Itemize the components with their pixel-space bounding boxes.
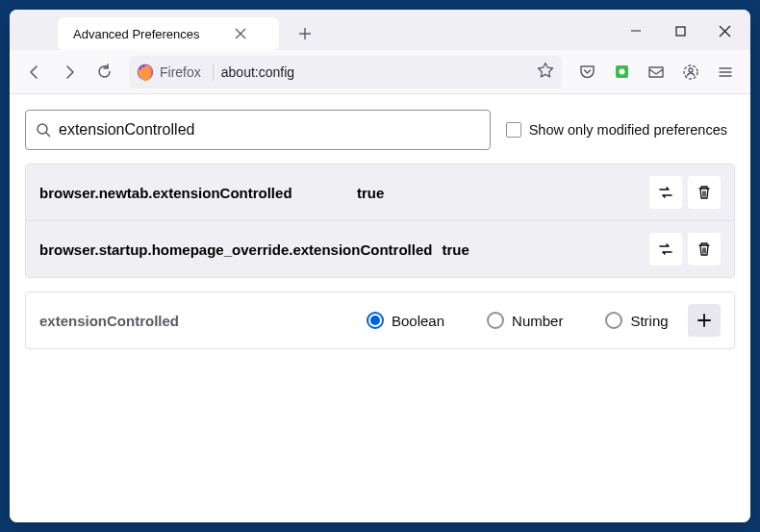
nav-toolbar: Firefox about:config bbox=[10, 50, 750, 94]
pref-name: browser.startup.homepage_override.extens… bbox=[39, 241, 442, 258]
type-radios: Boolean Number String bbox=[367, 312, 688, 329]
add-button[interactable] bbox=[688, 304, 721, 337]
search-row: extensionControlled Show only modified p… bbox=[17, 110, 743, 150]
radio-boolean[interactable]: Boolean bbox=[367, 312, 444, 329]
delete-button[interactable] bbox=[688, 176, 721, 209]
show-modified-checkbox[interactable]: Show only modified preferences bbox=[506, 122, 735, 138]
bookmark-star-icon[interactable] bbox=[537, 62, 554, 82]
reload-button[interactable] bbox=[89, 57, 119, 88]
app-menu-button[interactable] bbox=[710, 57, 741, 88]
results-list: browser.newtab.extensionControlled true … bbox=[25, 164, 735, 278]
inbox-icon[interactable] bbox=[641, 57, 671, 88]
pref-value: true bbox=[442, 241, 649, 258]
firefox-logo-icon bbox=[137, 63, 154, 81]
window-close-button[interactable] bbox=[702, 15, 747, 46]
add-pref-row: extensionControlled Boolean Number Strin… bbox=[26, 292, 734, 348]
pref-row[interactable]: browser.newtab.extensionControlled true bbox=[26, 165, 734, 220]
close-icon[interactable] bbox=[233, 26, 248, 41]
identity-label: Firefox bbox=[160, 64, 201, 80]
svg-point-5 bbox=[689, 68, 693, 72]
urlbar-divider bbox=[213, 63, 214, 81]
window-controls bbox=[614, 15, 747, 46]
about-config-content: extensionControlled Show only modified p… bbox=[10, 94, 750, 522]
url-text: about:config bbox=[221, 64, 294, 80]
pocket-icon[interactable] bbox=[571, 57, 602, 88]
new-pref-name: extensionControlled bbox=[39, 313, 357, 329]
browser-window: Advanced Preferences Firefox about:confi… bbox=[10, 10, 750, 522]
search-value: extensionControlled bbox=[59, 121, 194, 139]
radio-icon bbox=[367, 312, 384, 329]
radio-number[interactable]: Number bbox=[487, 312, 563, 329]
tab-advanced-preferences[interactable]: Advanced Preferences bbox=[58, 17, 279, 50]
search-input[interactable]: extensionControlled bbox=[25, 110, 491, 150]
search-icon bbox=[36, 122, 51, 138]
toggle-button[interactable] bbox=[649, 176, 682, 209]
forward-button[interactable] bbox=[54, 57, 85, 88]
pref-value: true bbox=[357, 185, 649, 201]
radio-icon bbox=[605, 312, 622, 329]
url-bar[interactable]: Firefox about:config bbox=[129, 56, 562, 89]
pref-name: browser.newtab.extensionControlled bbox=[39, 185, 357, 201]
radio-string[interactable]: String bbox=[605, 312, 668, 329]
tab-strip: Advanced Preferences bbox=[10, 10, 750, 50]
account-icon[interactable] bbox=[675, 57, 706, 88]
pref-row[interactable]: browser.startup.homepage_override.extens… bbox=[26, 221, 734, 277]
checkbox-icon bbox=[506, 122, 521, 138]
toggle-button[interactable] bbox=[649, 233, 682, 266]
delete-button[interactable] bbox=[688, 233, 721, 266]
checkbox-label: Show only modified preferences bbox=[529, 122, 727, 138]
radio-icon bbox=[487, 312, 504, 329]
maximize-button[interactable] bbox=[658, 15, 702, 46]
extension-icon[interactable] bbox=[606, 57, 637, 88]
tab-title: Advanced Preferences bbox=[73, 27, 200, 41]
minimize-button[interactable] bbox=[614, 15, 658, 46]
svg-rect-0 bbox=[676, 27, 685, 36]
new-tab-button[interactable] bbox=[291, 19, 319, 48]
add-pref-panel: extensionControlled Boolean Number Strin… bbox=[25, 291, 735, 349]
back-button[interactable] bbox=[19, 57, 50, 88]
svg-point-3 bbox=[619, 69, 624, 75]
